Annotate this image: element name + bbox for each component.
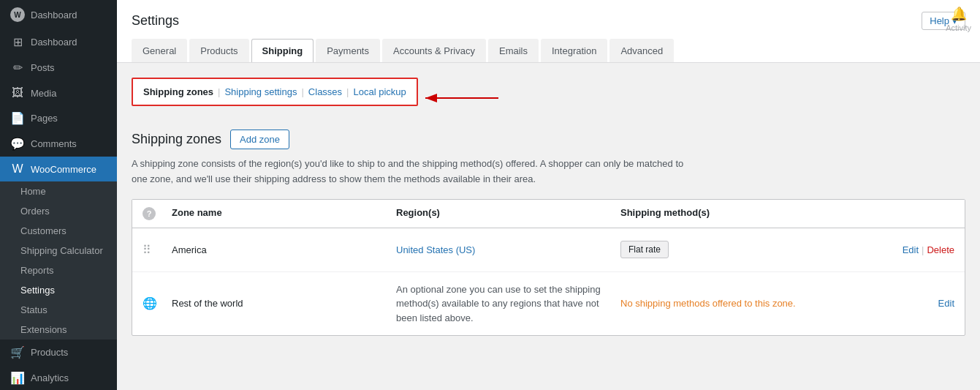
sidebar-item-dashboard[interactable]: ⊞ Dashboard xyxy=(0,29,117,55)
sidebar-item-status[interactable]: Status xyxy=(0,300,117,320)
table-header: ? Zone name Region(s) Shipping method(s) xyxy=(132,200,965,228)
table-row: ⠿ America United States (US) Flat rate E… xyxy=(132,228,965,272)
media-icon: 🖼 xyxy=(10,86,25,100)
tab-emails[interactable]: Emails xyxy=(488,39,539,62)
sidebar-item-shipping-calculator[interactable]: Shipping Calculator xyxy=(0,241,117,260)
woocommerce-submenu: Home Orders Customers Shipping Calculato… xyxy=(0,181,117,340)
tab-shipping[interactable]: Shipping xyxy=(251,39,314,62)
settings-content: Shipping zones | Shipping settings | Cla… xyxy=(117,63,980,390)
orders-label: Orders xyxy=(20,206,50,217)
subnav-shipping-settings[interactable]: Shipping settings xyxy=(224,86,297,97)
sidebar-logo-label: Dashboard xyxy=(31,10,77,20)
region-america[interactable]: United States (US) xyxy=(396,244,475,255)
shipping-zones-description: A shipping zone consists of the region(s… xyxy=(132,157,687,187)
subnav-shipping-zones[interactable]: Shipping zones xyxy=(143,86,213,97)
sidebar-item-posts[interactable]: ✏ Posts xyxy=(0,55,117,80)
sidebar-logo[interactable]: W Dashboard xyxy=(0,0,117,29)
sidebar-item-woocommerce[interactable]: W WooCommerce xyxy=(0,157,117,181)
arrow-annotation xyxy=(418,87,506,109)
wp-logo-icon: W xyxy=(10,7,25,22)
sidebar-item-pages[interactable]: 📄 Pages xyxy=(0,105,117,131)
page-title-row: Settings Help ▾ xyxy=(132,12,965,30)
activity-label: Activity xyxy=(946,23,971,32)
posts-icon: ✏ xyxy=(10,61,25,75)
extensions-label: Extensions xyxy=(20,324,67,335)
th-regions: Region(s) xyxy=(396,207,620,220)
sidebar-item-products-label: Products xyxy=(31,347,68,358)
subnav-classes[interactable]: Classes xyxy=(308,86,342,97)
woocommerce-icon: W xyxy=(10,162,25,176)
th-zone-name: Zone name xyxy=(172,207,396,220)
activity-icon: 🔔 xyxy=(951,6,967,22)
sidebar-item-dashboard-label: Dashboard xyxy=(31,37,77,48)
sidebar-item-woocommerce-label: WooCommerce xyxy=(31,164,96,175)
sidebar-item-analytics[interactable]: 📊 Analytics xyxy=(0,365,117,390)
no-methods-label: No shipping methods offered to this zone… xyxy=(620,298,796,309)
tab-products[interactable]: Products xyxy=(189,39,248,62)
tab-payments[interactable]: Payments xyxy=(316,39,380,62)
comments-icon: 💬 xyxy=(10,137,25,151)
pages-icon: 📄 xyxy=(10,111,25,125)
settings-header: Settings Help ▾ General Products Shippin… xyxy=(117,0,980,63)
sidebar-item-comments[interactable]: 💬 Comments xyxy=(0,131,117,157)
analytics-icon: 📊 xyxy=(10,371,25,385)
sidebar-item-reports[interactable]: Reports xyxy=(0,260,117,280)
edit-rest-link[interactable]: Edit xyxy=(938,298,954,309)
section-title: Shipping zones xyxy=(132,132,221,147)
drag-handle-america[interactable]: ⠿ xyxy=(143,243,172,257)
activity-button[interactable]: 🔔 Activity xyxy=(946,6,971,32)
sidebar-item-analytics-label: Analytics xyxy=(31,372,69,383)
sidebar-item-home[interactable]: Home xyxy=(0,181,117,201)
status-label: Status xyxy=(20,304,48,315)
sidebar-item-products[interactable]: 🛒 Products xyxy=(0,340,117,365)
sidebar-item-media[interactable]: 🖼 Media xyxy=(0,80,117,105)
products-icon: 🛒 xyxy=(10,345,25,359)
row-actions-rest: Edit xyxy=(845,298,954,309)
zone-name-rest: Rest of the world xyxy=(172,298,396,309)
page-title: Settings xyxy=(132,13,179,29)
sidebar: W Dashboard ⊞ Dashboard ✏ Posts 🖼 Media … xyxy=(0,0,117,390)
shipping-method-flat-rate: Flat rate xyxy=(620,241,669,258)
tab-advanced[interactable]: Advanced xyxy=(609,39,674,62)
shipping-calc-label: Shipping Calculator xyxy=(20,245,103,256)
shipping-subnav: Shipping zones | Shipping settings | Cla… xyxy=(132,78,418,106)
reports-label: Reports xyxy=(20,265,54,276)
sidebar-item-settings[interactable]: Settings xyxy=(0,280,117,300)
settings-nav-tabs: General Products Shipping Payments Accou… xyxy=(132,39,965,62)
shipping-zones-table: ? Zone name Region(s) Shipping method(s)… xyxy=(132,199,965,337)
customers-label: Customers xyxy=(20,225,67,236)
sidebar-item-comments-label: Comments xyxy=(31,138,77,149)
home-label: Home xyxy=(20,186,46,197)
sidebar-item-media-label: Media xyxy=(31,88,56,99)
world-icon: 🌐 xyxy=(143,296,172,310)
table-row: 🌐 Rest of the world An optional zone you… xyxy=(132,272,965,336)
section-title-row: Shipping zones Add zone xyxy=(132,130,965,149)
help-circle-icon[interactable]: ? xyxy=(143,207,156,220)
add-zone-button[interactable]: Add zone xyxy=(230,130,289,149)
tab-integration[interactable]: Integration xyxy=(541,39,607,62)
sidebar-item-extensions[interactable]: Extensions xyxy=(0,320,117,340)
sidebar-item-posts-label: Posts xyxy=(31,62,55,73)
sidebar-item-pages-label: Pages xyxy=(31,113,58,124)
tab-general[interactable]: General xyxy=(132,39,187,62)
dashboard-icon: ⊞ xyxy=(10,35,25,49)
tab-accounts-privacy[interactable]: Accounts & Privacy xyxy=(382,39,486,62)
delete-america-link[interactable]: Delete xyxy=(927,244,954,255)
top-bar: 🔔 Activity xyxy=(937,0,980,41)
main-content: 🔔 Activity Settings Help ▾ General Produ… xyxy=(117,0,980,390)
edit-america-link[interactable]: Edit xyxy=(903,244,919,255)
rest-of-world-description: An optional zone you can use to set the … xyxy=(396,282,620,326)
row-actions-america: Edit | Delete xyxy=(845,244,954,255)
subnav-local-pickup[interactable]: Local pickup xyxy=(354,86,406,97)
th-help: ? xyxy=(143,207,172,220)
settings-label: Settings xyxy=(20,285,55,296)
zone-name-america: America xyxy=(172,244,396,255)
th-shipping-methods: Shipping method(s) xyxy=(620,207,845,220)
th-actions xyxy=(845,207,954,220)
sidebar-item-orders[interactable]: Orders xyxy=(0,201,117,221)
sidebar-item-customers[interactable]: Customers xyxy=(0,221,117,241)
